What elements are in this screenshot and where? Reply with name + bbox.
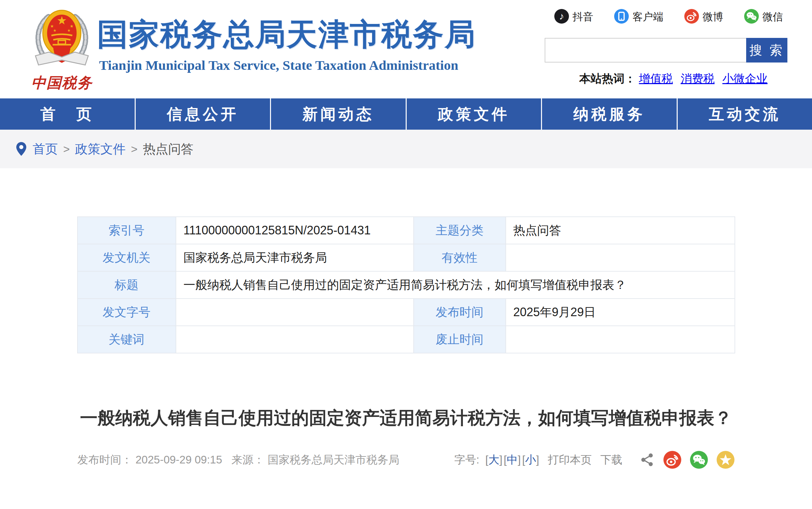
font-size-small[interactable]: [小] bbox=[522, 452, 539, 468]
font-size-label: 字号: bbox=[454, 452, 479, 468]
info-value: 国家税务总局天津市税务局 bbox=[176, 244, 414, 271]
wechat-icon bbox=[744, 9, 759, 25]
weibo-icon bbox=[684, 9, 699, 25]
table-row: 发文字号 发布时间 2025年9月29日 bbox=[77, 299, 735, 326]
nav-item-policy[interactable]: 政策文件 bbox=[407, 98, 541, 130]
table-row: 索引号 11100000000125815N/2025-01431 主题分类 热… bbox=[77, 217, 735, 244]
info-value: 热点问答 bbox=[506, 217, 735, 244]
main-nav: 首 页 信息公开 新闻动态 政策文件 纳税服务 互动交流 bbox=[0, 98, 812, 130]
download-button[interactable]: 下载 bbox=[601, 452, 622, 468]
info-label: 主题分类 bbox=[414, 217, 506, 244]
info-label: 发布时间 bbox=[414, 299, 506, 326]
document-info-table: 索引号 11100000000125815N/2025-01431 主题分类 热… bbox=[77, 216, 735, 353]
publish-time-label: 发布时间： bbox=[77, 453, 132, 466]
site-logo: 中国税务 bbox=[29, 6, 95, 93]
search-button[interactable]: 搜 索 bbox=[746, 38, 787, 63]
nav-item-news[interactable]: 新闻动态 bbox=[271, 98, 406, 130]
breadcrumb-policy[interactable]: 政策文件 bbox=[75, 141, 126, 158]
info-value: 一般纳税人销售自己使用过的固定资产适用简易计税方法，如何填写增值税申报表？ bbox=[176, 271, 735, 299]
breadcrumb: 首页 > 政策文件 > 热点问答 bbox=[0, 130, 812, 168]
info-label: 索引号 bbox=[77, 217, 176, 244]
hot-word-link[interactable]: 消费税 bbox=[681, 72, 715, 85]
social-link-client[interactable]: 客户端 bbox=[614, 9, 663, 25]
font-size-medium[interactable]: [中] bbox=[504, 452, 521, 468]
nav-item-home[interactable]: 首 页 bbox=[0, 98, 135, 130]
client-icon bbox=[614, 9, 629, 25]
breadcrumb-separator: > bbox=[131, 143, 138, 156]
social-link-douyin[interactable]: ♪ 抖音 bbox=[554, 9, 593, 25]
info-label: 有效性 bbox=[414, 244, 506, 271]
social-link-weibo[interactable]: 微博 bbox=[684, 9, 723, 25]
social-label: 微信 bbox=[763, 10, 783, 24]
share-wechat-icon[interactable] bbox=[690, 450, 708, 469]
share-qzone-icon[interactable] bbox=[716, 450, 735, 469]
social-label: 客户端 bbox=[633, 10, 663, 24]
source-label: 来源： bbox=[231, 453, 264, 466]
share-icon[interactable] bbox=[640, 452, 655, 468]
info-value bbox=[176, 299, 414, 326]
publish-time-value: 2025-09-29 09:15 bbox=[136, 453, 223, 466]
hot-word-link[interactable]: 小微企业 bbox=[722, 72, 768, 85]
page-title: 国家税务总局天津市税务局 bbox=[97, 14, 476, 55]
breadcrumb-home[interactable]: 首页 bbox=[33, 141, 58, 158]
source-value: 国家税务总局天津市税务局 bbox=[268, 453, 399, 466]
tax-emblem-icon bbox=[31, 67, 93, 72]
info-value bbox=[506, 326, 735, 353]
font-size-large[interactable]: [大] bbox=[485, 452, 502, 468]
article-tools: 字号: [大] [中] [小] 打印本页 下载 bbox=[454, 450, 735, 469]
social-links: ♪ 抖音 客户端 微博 bbox=[545, 9, 789, 25]
info-label: 关键词 bbox=[77, 326, 176, 353]
print-button[interactable]: 打印本页 bbox=[548, 452, 592, 468]
article-meta: 发布时间：2025-09-29 09:15来源：国家税务总局天津市税务局 字号:… bbox=[77, 450, 735, 469]
svg-text:♪: ♪ bbox=[559, 11, 564, 22]
nav-item-info[interactable]: 信息公开 bbox=[136, 98, 270, 130]
hot-word-link[interactable]: 增值税 bbox=[639, 72, 673, 85]
info-label: 发文机关 bbox=[77, 244, 176, 271]
table-row: 发文机关 国家税务总局天津市税务局 有效性 bbox=[77, 244, 735, 271]
breadcrumb-current: 热点问答 bbox=[143, 141, 194, 158]
search-input[interactable] bbox=[545, 38, 746, 63]
site-subtitle-english: Tianjin Municipal Tax Service, State Tax… bbox=[99, 57, 458, 73]
table-row: 标题 一般纳税人销售自己使用过的固定资产适用简易计税方法，如何填写增值税申报表？ bbox=[77, 271, 735, 299]
logo-caption: 中国税务 bbox=[29, 73, 95, 93]
publish-info: 发布时间：2025-09-29 09:15来源：国家税务总局天津市税务局 bbox=[77, 452, 403, 468]
douyin-icon: ♪ bbox=[554, 9, 569, 25]
article-title: 一般纳税人销售自己使用过的固定资产适用简易计税方法，如何填写增值税申报表？ bbox=[57, 403, 755, 433]
info-value bbox=[176, 326, 414, 353]
info-value: 11100000000125815N/2025-01431 bbox=[176, 217, 414, 244]
social-label: 微博 bbox=[703, 10, 723, 24]
info-label: 废止时间 bbox=[414, 326, 506, 353]
header-right-column: ♪ 抖音 客户端 微博 bbox=[545, 9, 789, 87]
hot-words-label: 本站热词： bbox=[579, 72, 636, 85]
hot-words: 本站热词： 增值税 消费税 小微企业 bbox=[545, 71, 789, 87]
nav-item-interaction[interactable]: 互动交流 bbox=[678, 98, 812, 130]
share-buttons bbox=[640, 450, 735, 469]
info-value: 2025年9月29日 bbox=[506, 299, 735, 326]
nav-item-tax-service[interactable]: 纳税服务 bbox=[542, 98, 677, 130]
site-search: 搜 索 bbox=[545, 38, 789, 63]
social-label: 抖音 bbox=[573, 10, 593, 24]
location-pin-icon bbox=[16, 142, 27, 156]
info-label: 标题 bbox=[77, 271, 176, 299]
share-weibo-icon[interactable] bbox=[663, 450, 682, 469]
table-row: 关键词 废止时间 bbox=[77, 326, 735, 353]
info-label: 发文字号 bbox=[77, 299, 176, 326]
social-link-wechat[interactable]: 微信 bbox=[744, 9, 783, 25]
breadcrumb-separator: > bbox=[63, 143, 70, 156]
site-header: 中国税务 国家税务总局天津市税务局 Tianjin Municipal Tax … bbox=[0, 0, 812, 98]
info-value bbox=[506, 244, 735, 271]
